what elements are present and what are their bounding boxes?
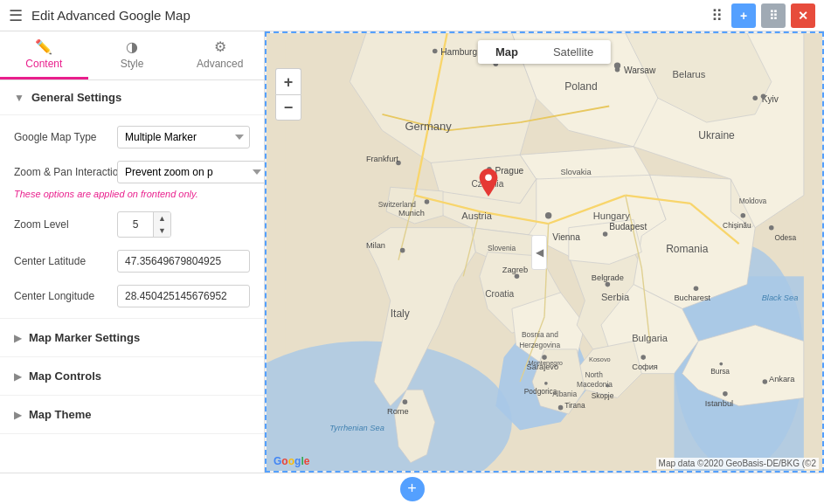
center-longitude-input[interactable] xyxy=(117,285,250,307)
map-theme-section[interactable]: ▶ Map Theme xyxy=(0,396,264,434)
svg-text:Black Sea: Black Sea xyxy=(762,293,799,302)
zoom-level-label: Zoom Level xyxy=(14,218,110,231)
svg-text:Moldova: Moldova xyxy=(739,197,767,205)
svg-text:Belarus: Belarus xyxy=(673,69,706,79)
bottom-add-button[interactable]: + xyxy=(400,477,425,501)
map-controls-section[interactable]: ▶ Map Controls xyxy=(0,357,264,396)
bottom-bar: + xyxy=(0,473,824,504)
map-theme-arrow: ▶ xyxy=(14,409,22,421)
svg-point-111 xyxy=(719,362,723,366)
svg-text:Hungary: Hungary xyxy=(593,211,630,221)
map-google-logo: Google xyxy=(274,455,309,467)
svg-point-94 xyxy=(641,355,646,360)
zoom-level-input[interactable] xyxy=(118,214,153,235)
zoom-level-group: Zoom Level ▲ ▼ xyxy=(14,211,250,238)
svg-text:Italy: Italy xyxy=(391,307,410,320)
svg-text:Tirana: Tirana xyxy=(564,401,585,410)
zoom-pan-hint: These options are applied on frontend on… xyxy=(14,189,250,199)
svg-point-101 xyxy=(558,405,564,411)
google-map-type-label: Google Map Type xyxy=(14,131,110,143)
svg-point-88 xyxy=(741,213,746,218)
svg-text:София: София xyxy=(632,362,658,371)
map-tab-satellite[interactable]: Satellite xyxy=(536,40,611,64)
svg-text:Munich: Munich xyxy=(398,209,425,217)
svg-text:Skopje: Skopje xyxy=(592,391,614,400)
svg-text:Belgrade: Belgrade xyxy=(592,273,624,282)
svg-text:Rome: Rome xyxy=(387,407,409,416)
svg-text:Vienna: Vienna xyxy=(552,232,580,242)
add-section-button[interactable]: + xyxy=(731,3,756,28)
map-marker xyxy=(479,169,498,199)
map-tab-bar: Map Satellite xyxy=(478,40,611,64)
svg-point-74 xyxy=(515,274,520,280)
svg-point-103 xyxy=(723,391,728,397)
panel-toggle[interactable]: ◀ xyxy=(531,235,547,270)
zoom-pan-group: Zoom & Pan Interaction Prevent zoom on p… xyxy=(14,161,250,199)
tab-style[interactable]: ◑ Style xyxy=(88,31,177,79)
map-marker-title: Map Marker Settings xyxy=(29,331,140,344)
top-bar-actions: + ⠿ ✕ xyxy=(731,3,815,28)
map-zoom-in-button[interactable]: + xyxy=(275,68,301,94)
svg-text:Kosovo: Kosovo xyxy=(589,356,611,363)
google-map-type-group: Google Map Type Multiple Marker Single M… xyxy=(14,126,250,148)
svg-text:Podgorica: Podgorica xyxy=(524,387,557,396)
svg-point-57 xyxy=(545,212,551,218)
svg-point-51 xyxy=(614,62,620,68)
google-map-type-select[interactable]: Multiple Marker Single Marker Route Map xyxy=(117,126,250,148)
svg-text:Milan: Milan xyxy=(366,241,385,250)
svg-text:Tyrrhenian Sea: Tyrrhenian Sea xyxy=(329,424,384,432)
map-controls-title: Map Controls xyxy=(29,369,101,383)
svg-text:Chișinău: Chișinău xyxy=(723,221,751,230)
menu-icon[interactable]: ☰ xyxy=(9,6,23,25)
google-map-type-row: Google Map Type Multiple Marker Single M… xyxy=(14,126,250,148)
map-zoom-out-button[interactable]: − xyxy=(275,94,301,121)
tab-advanced[interactable]: ⚙ Advanced xyxy=(176,31,264,79)
tab-content[interactable]: ✏️ Content xyxy=(0,31,88,79)
left-panel: ✏️ Content ◑ Style ⚙ Advanced ▼ General … xyxy=(0,31,265,473)
center-longitude-row: Center Longitude xyxy=(14,285,250,307)
svg-point-71 xyxy=(403,399,408,404)
svg-point-105 xyxy=(763,379,768,384)
zoom-up-button[interactable]: ▲ xyxy=(154,212,170,224)
map-tab-map[interactable]: Map xyxy=(478,40,536,64)
svg-text:Bursa: Bursa xyxy=(710,367,730,376)
svg-point-65 xyxy=(425,199,430,204)
general-settings-arrow: ▼ xyxy=(14,92,24,104)
svg-point-42 xyxy=(433,49,438,54)
zoom-pan-select[interactable]: Prevent zoom on p Allow zoom on page scr… xyxy=(117,161,265,183)
zoom-level-row: Zoom Level ▲ ▼ xyxy=(14,211,250,238)
map-marker-settings-section[interactable]: ▶ Map Marker Settings xyxy=(0,319,264,357)
center-latitude-input[interactable] xyxy=(117,250,250,273)
main-layout: ✏️ Content ◑ Style ⚙ Advanced ▼ General … xyxy=(0,31,824,473)
svg-text:Ukraine: Ukraine xyxy=(698,129,735,142)
zoom-pan-label: Zoom & Pan Interaction xyxy=(14,166,110,178)
general-settings-header[interactable]: ▼ General Settings xyxy=(0,80,264,115)
zoom-down-button[interactable]: ▼ xyxy=(154,224,170,237)
map-controls-arrow: ▶ xyxy=(14,370,22,383)
svg-text:Frankfurt: Frankfurt xyxy=(366,155,398,163)
svg-text:Austria: Austria xyxy=(461,211,492,221)
svg-text:Romania: Romania xyxy=(666,243,709,255)
svg-point-82 xyxy=(606,282,611,287)
svg-text:Poland: Poland xyxy=(564,80,598,93)
map-marker-arrow: ▶ xyxy=(14,332,22,344)
apps-icon[interactable]: ⠿ xyxy=(711,6,723,25)
center-latitude-group: Center Latitude xyxy=(14,250,250,273)
close-button[interactable]: ✕ xyxy=(791,3,815,28)
advanced-icon: ⚙ xyxy=(214,38,226,55)
svg-text:Switzerland: Switzerland xyxy=(378,200,416,209)
center-latitude-row: Center Latitude xyxy=(14,250,250,273)
layout-button[interactable]: ⠿ xyxy=(761,3,786,28)
zoom-spinners: ▲ ▼ xyxy=(153,212,170,237)
svg-point-116 xyxy=(486,175,493,182)
svg-text:Slovenia: Slovenia xyxy=(488,244,516,252)
svg-text:Bucharest: Bucharest xyxy=(674,293,710,302)
svg-point-59 xyxy=(603,231,608,237)
svg-text:Serbia: Serbia xyxy=(601,292,630,302)
svg-text:Warsaw: Warsaw xyxy=(624,66,656,75)
svg-text:Slovakia: Slovakia xyxy=(561,168,592,176)
center-longitude-group: Center Longitude xyxy=(14,285,250,307)
center-latitude-label: Center Latitude xyxy=(14,255,110,267)
svg-text:Istanbul: Istanbul xyxy=(705,399,733,408)
general-settings-content: Google Map Type Multiple Marker Single M… xyxy=(0,115,264,319)
